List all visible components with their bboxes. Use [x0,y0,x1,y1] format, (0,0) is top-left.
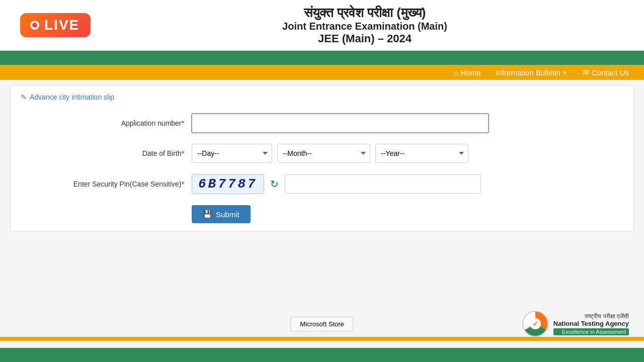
submit-wrap: 💾 Submit [21,205,623,223]
nta-logo: ✓ राष्ट्रीय परीक्षा एजेंसी National Test… [522,311,629,337]
nav-home[interactable]: ⌂ Home [453,68,480,77]
nav-bar: ⌂ Home Information Bulletin ▼ ✉ Contact … [0,65,644,80]
nta-logo-inner: ✓ [530,318,541,329]
nta-text-block: राष्ट्रीय परीक्षा एजेंसी National Testin… [553,313,629,335]
captcha-input[interactable] [285,174,481,194]
page-header: LIVE संयुक्त प्रवेश परीक्षा (मुख्य) Join… [0,0,644,51]
home-icon: ⌂ [453,68,458,77]
submit-label: Submit [216,210,239,219]
green-bottom-bar [0,348,644,362]
day-select[interactable]: --Day-- [192,144,272,163]
date-selects: --Day-- --Month-- --Year-- [192,144,468,163]
live-dot-icon [30,21,39,30]
chevron-down-icon: ▼ [562,70,568,75]
nav-contact-label: Contact Us [592,68,629,77]
main-content: ✎ Advance city intimation slip Applicati… [10,85,634,231]
captcha-wrap: 6B7787 ↻ [192,174,481,194]
contact-icon: ✉ [583,68,589,77]
edit-icon: ✎ [21,93,27,101]
captcha-image: 6B7787 [192,174,264,194]
nav-info-bulletin-label: Information Bulletin [496,68,560,77]
application-number-input[interactable] [192,114,489,133]
year-title: JEE (Main) – 2024 [106,32,624,45]
green-top-bar [0,51,644,65]
footer-center: Microsoft Store [290,317,353,331]
hindi-title: संयुक्त प्रवेश परीक्षा (मुख्य) [106,5,624,21]
application-number-group: Application number* [21,114,623,133]
microsoft-store-label: Microsoft Store [300,320,344,328]
footer-area: Microsoft Store ✓ राष्ट्रीय परीक्षा एजें… [0,311,644,337]
year-select[interactable]: --Year-- [375,144,468,163]
header-title-block: संयुक्त प्रवेश परीक्षा (मुख्य) Joint Ent… [106,5,624,45]
nav-home-label: Home [460,68,480,77]
application-number-label: Application number* [71,119,192,127]
nta-logo-circle: ✓ [522,311,548,337]
nav-contact[interactable]: ✉ Contact Us [583,68,629,77]
english-title: Joint Entrance Examination (Main) [106,21,624,32]
save-icon: 💾 [203,210,212,219]
live-badge: LIVE [20,13,91,37]
dob-group: Date of Birth* --Day-- --Month-- --Year-… [21,144,623,163]
nta-english-text: National Testing Agency [553,320,629,327]
submit-button[interactable]: 💾 Submit [192,205,251,223]
security-pin-group: Enter Security Pin(Case Sensitive)* 6B77… [21,174,623,194]
refresh-icon[interactable]: ↻ [270,178,279,190]
orange-bottom-bar [0,337,644,341]
security-pin-label: Enter Security Pin(Case Sensitive)* [71,180,192,188]
live-label: LIVE [44,17,79,33]
nta-tagline: Excellence in Assessment [553,328,629,335]
checkmark-icon: ✓ [532,320,538,328]
nav-info-bulletin[interactable]: Information Bulletin ▼ [496,68,567,77]
advance-city-link[interactable]: ✎ Advance city intimation slip [21,93,623,101]
microsoft-store-button[interactable]: Microsoft Store [290,317,353,331]
month-select[interactable]: --Month-- [277,144,370,163]
advance-city-label: Advance city intimation slip [30,93,114,101]
dob-label: Date of Birth* [71,149,192,157]
nta-hindi-text: राष्ट्रीय परीक्षा एजेंसी [553,313,629,320]
